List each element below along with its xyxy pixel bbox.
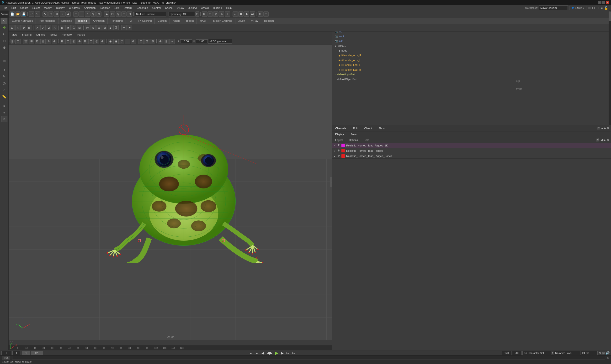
menu-skeleton[interactable]: Skeleton: [98, 5, 112, 10]
no-anim-layer-dropdown[interactable]: No Anim Layer: [554, 351, 580, 355]
vp-icon-25[interactable]: ⊕: [158, 39, 163, 44]
paint-icon[interactable]: ✎: [1, 74, 7, 80]
tab-animation[interactable]: Animation: [90, 18, 108, 24]
select-all-btn[interactable]: ⊡: [48, 12, 54, 17]
layers-icon-1[interactable]: ⊞: [1, 103, 7, 109]
menu-vray[interactable]: V-Ray: [175, 5, 186, 10]
layer-p-3[interactable]: P: [337, 155, 340, 157]
misc-icon-1[interactable]: ⊞: [202, 12, 207, 17]
tab-arnold[interactable]: Arnold: [170, 18, 183, 24]
rotate-tool-icon[interactable]: ↻: [1, 31, 7, 37]
tab-rigging[interactable]: Rigging: [75, 18, 90, 24]
tab-xgen[interactable]: XGen: [235, 18, 248, 24]
layer-row-rigged[interactable]: V P Realistic_Horned_Toad_Rigged: [332, 148, 611, 153]
rig-icon-12[interactable]: ⊡: [77, 25, 82, 30]
outliner-item-front[interactable]: 📷 front: [333, 34, 610, 39]
render-icon-4[interactable]: ⊞: [121, 12, 127, 17]
tab-bifrost[interactable]: Bifrost: [183, 18, 197, 24]
tab-fx[interactable]: FX: [126, 18, 135, 24]
playback-icon-4[interactable]: ⏭: [250, 12, 255, 17]
vp-icon-4[interactable]: ⊞: [29, 39, 34, 44]
layer-row-bones[interactable]: V P Realistic_Horned_Toad_Rigged_Bones: [332, 153, 611, 159]
vp-icon-21[interactable]: ⊕: [131, 39, 136, 44]
snap-view-btn[interactable]: ◎: [91, 12, 96, 17]
right-panel-toggle[interactable]: ‹: [330, 177, 332, 187]
vp-icon-14[interactable]: ⊡: [88, 39, 94, 44]
vp-icon-9[interactable]: ⊞: [60, 39, 65, 44]
rig-icon-3[interactable]: ⊕: [21, 25, 26, 30]
layer-p-1[interactable]: P: [337, 144, 340, 147]
show-menu[interactable]: Show: [48, 33, 59, 37]
snap-live-btn[interactable]: ⊕: [96, 12, 101, 17]
show-channels-tab[interactable]: Show: [377, 126, 387, 130]
vp-icon-23[interactable]: ⊡: [144, 39, 149, 44]
misc-icon-7[interactable]: ⊡: [263, 12, 269, 17]
render-icon-3[interactable]: ◎: [116, 12, 121, 17]
help-layers-tab[interactable]: Help: [362, 138, 371, 142]
sym-options-btn[interactable]: ⊡: [195, 12, 199, 17]
tab-vray[interactable]: V-Ray: [248, 18, 261, 24]
rig-icon-14[interactable]: ⊕: [91, 25, 96, 30]
loop-btn[interactable]: ↻: [598, 351, 601, 355]
save-file-btn[interactable]: 💾: [21, 12, 26, 17]
render-icon-5[interactable]: ⊟: [127, 12, 132, 17]
menu-select[interactable]: Select: [30, 5, 42, 10]
select-mode-btn[interactable]: ↖: [42, 12, 48, 17]
layers-tab[interactable]: Layers: [334, 138, 345, 142]
vp-icon-6[interactable]: ◎: [40, 39, 46, 44]
tab-fx-caching[interactable]: FX Caching: [135, 18, 155, 24]
rig-icon-19[interactable]: +: [121, 25, 127, 30]
display-subtab[interactable]: Display: [334, 132, 345, 136]
vp-icon-13[interactable]: ⊞: [83, 39, 88, 44]
measure-icon[interactable]: 📏: [1, 93, 7, 100]
tab-redshift[interactable]: Redshift: [261, 18, 277, 24]
tab-curves-surfaces[interactable]: Curves / Surfaces: [9, 18, 36, 24]
maximize-button[interactable]: □: [602, 1, 605, 4]
render-icon-2[interactable]: ⊡: [110, 12, 115, 17]
layout-icon-1[interactable]: ⊞: [588, 6, 591, 10]
snap-icon[interactable]: ⌖: [1, 67, 7, 73]
menu-arnold[interactable]: Arnold: [199, 5, 211, 10]
vp-icon-22[interactable]: ⊡: [138, 39, 144, 44]
play-back-btn[interactable]: ◀▶: [266, 351, 273, 355]
anim-subtab[interactable]: Anim: [349, 132, 358, 136]
outliner-item-ik-arm-l[interactable]: ◈ ikHandle_Arm_L: [333, 58, 610, 63]
outliner-item-side[interactable]: 📷 side: [333, 39, 610, 43]
menu-deform[interactable]: Deform: [122, 5, 135, 10]
menu-help[interactable]: Help: [224, 5, 234, 10]
vp-icon-1[interactable]: ◎: [10, 39, 15, 44]
fps-dropdown[interactable]: 24 fps: [581, 351, 598, 355]
srgb-dropdown[interactable]: sRGB gamma: [208, 39, 232, 44]
workspace-dropdown[interactable]: Maya Classic▾: [539, 5, 568, 10]
show-manip-icon[interactable]: ⊞: [1, 58, 7, 64]
tab-custom[interactable]: Custom: [155, 18, 170, 24]
outliner-item-body[interactable]: ◆ body: [333, 48, 610, 53]
rig-icon-1[interactable]: ⊡: [10, 25, 15, 30]
edit-tab[interactable]: Edit: [352, 126, 359, 130]
rig-icon-4[interactable]: ⊞: [27, 25, 32, 30]
cb-icon-2[interactable]: ◀: [601, 127, 603, 130]
outliner-item-bip001[interactable]: ▶ Bip001: [333, 43, 610, 48]
menu-windows[interactable]: Windows: [67, 5, 82, 10]
viewport[interactable]: persp X Y Z: [9, 38, 332, 340]
layer-p-2[interactable]: P: [337, 149, 340, 152]
tab-motion-graphics[interactable]: Motion Graphics: [210, 18, 235, 24]
layer-icon-3[interactable]: ▶: [604, 138, 606, 142]
vp-icon-27[interactable]: ○: [169, 39, 175, 44]
menu-display[interactable]: Display: [54, 5, 67, 10]
layer-v-2[interactable]: V: [333, 149, 336, 152]
menu-file[interactable]: File: [1, 5, 9, 10]
menu-create[interactable]: Create: [18, 5, 30, 10]
vp-icon-16[interactable]: ⊕: [100, 39, 105, 44]
connect-icon[interactable]: ⊿: [1, 87, 7, 93]
sculpt-icon[interactable]: ◎: [1, 80, 7, 86]
snap-point-btn[interactable]: •: [85, 12, 90, 17]
char-set-arrow[interactable]: ▾: [552, 351, 553, 354]
misc-icon-6[interactable]: ⊞: [258, 12, 263, 17]
menu-cache[interactable]: Cache: [163, 5, 175, 10]
layout-icon-2[interactable]: ⊡: [592, 6, 595, 10]
snap-curve-btn[interactable]: ⌒: [79, 12, 84, 17]
vp-icon-8[interactable]: ⊕: [52, 39, 57, 44]
rig-icon-9[interactable]: ⊞: [60, 25, 65, 30]
rig-icon-2[interactable]: ◎: [15, 25, 21, 30]
